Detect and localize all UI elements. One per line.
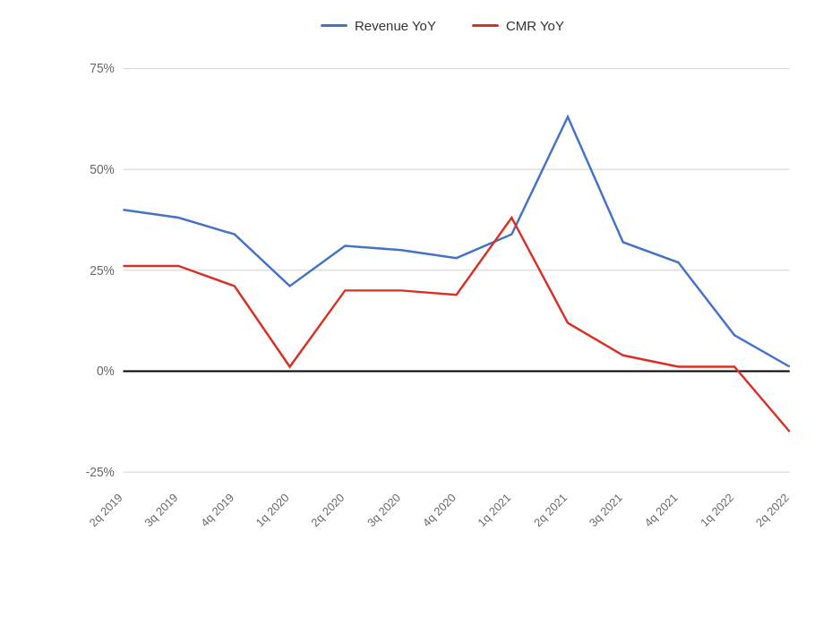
chart-container: Revenue YoY CMR YoY 75% 50% 25% 0% -25% … <box>0 0 840 643</box>
legend-revenue-label: Revenue YoY <box>355 18 436 33</box>
xlabel-5: 3q 2020 <box>364 491 403 529</box>
revenue-line <box>124 116 790 366</box>
legend-cmr: CMR YoY <box>472 18 564 33</box>
cmr-line <box>124 218 790 432</box>
xlabel-1: 3q 2019 <box>141 491 180 529</box>
xlabel-9: 3q 2021 <box>587 491 625 529</box>
xlabel-7: 1q 2021 <box>475 491 513 529</box>
legend-revenue: Revenue YoY <box>321 18 436 33</box>
xlabel-6: 4q 2020 <box>420 491 459 529</box>
chart-svg: 75% 50% 25% 0% -25% 2q 2019 3q 2019 4q 2… <box>63 51 822 560</box>
legend-revenue-line <box>321 24 347 27</box>
xlabel-2: 4q 2019 <box>198 491 236 529</box>
ylabel-50: 50% <box>90 163 114 176</box>
xlabel-8: 2q 2021 <box>531 491 570 529</box>
xlabel-12: 2q 2022 <box>753 491 792 529</box>
chart-legend: Revenue YoY CMR YoY <box>63 18 822 33</box>
xlabel-0: 2q 2019 <box>87 491 125 529</box>
xlabel-3: 1q 2020 <box>253 491 292 529</box>
xlabel-11: 1q 2022 <box>698 491 736 529</box>
ylabel-neg25: -25% <box>86 466 115 479</box>
legend-cmr-line <box>472 24 499 27</box>
ylabel-75: 75% <box>90 62 114 75</box>
xlabel-10: 4q 2021 <box>641 491 680 529</box>
ylabel-0: 0% <box>97 364 115 378</box>
xlabel-4: 2q 2020 <box>308 491 347 529</box>
ylabel-25: 25% <box>90 264 114 278</box>
legend-cmr-label: CMR YoY <box>506 18 564 33</box>
